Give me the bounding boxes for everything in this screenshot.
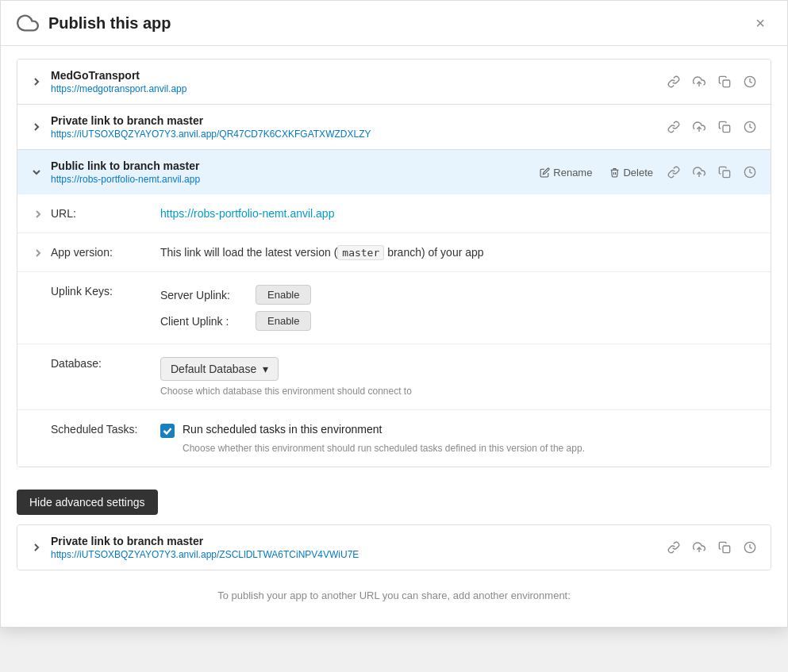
app-version-code: master: [337, 245, 384, 260]
env-icons-private-2: [666, 540, 758, 555]
env-actions-public: Rename Delete: [533, 163, 659, 182]
svg-rect-1: [723, 80, 730, 87]
upload-icon-private-2[interactable]: [691, 540, 707, 555]
scheduled-label-col: Scheduled Tasks:: [33, 423, 160, 436]
database-value: Default Database ▾ Choose which database…: [160, 357, 755, 397]
detail-row-scheduled: Scheduled Tasks: Run scheduled tasks in …: [17, 410, 771, 467]
url-label-col: URL:: [33, 207, 160, 220]
app-version-text-before: This link will load the latest version (: [160, 246, 337, 259]
detail-row-database: Database: Default Database ▾ Choose whic…: [17, 344, 771, 410]
database-hint: Choose which database this environment s…: [160, 386, 755, 397]
uplink-value: Server Uplink: Enable Client Uplink : En…: [160, 285, 755, 331]
scheduled-value: Run scheduled tasks in this environment …: [160, 423, 755, 454]
uplink-label: Uplink Keys:: [51, 285, 113, 298]
env-row-private-1: Private link to branch master https://iU…: [17, 105, 771, 150]
database-label-col: Database:: [33, 357, 160, 370]
env-icons-medgo: [666, 74, 758, 90]
env-row-private-2-header[interactable]: Private link to branch master https://iU…: [17, 525, 771, 570]
chevron-right-icon-3: [30, 541, 43, 554]
env-url-medgo: https://medgotransport.anvil.app: [51, 83, 666, 94]
database-label: Database:: [51, 357, 102, 370]
history-icon-private-1[interactable]: [742, 119, 758, 135]
close-button[interactable]: ×: [749, 12, 771, 34]
env-row-public-header[interactable]: Public link to branch master https://rob…: [17, 150, 771, 194]
env-name-medgo: MedGoTransport: [51, 69, 666, 82]
history-icon-public[interactable]: [742, 164, 758, 180]
svg-rect-4: [723, 125, 730, 132]
cloud-icon: [17, 12, 39, 34]
copy-icon-public[interactable]: [717, 164, 732, 180]
client-uplink-row: Client Uplink : Enable: [160, 311, 755, 331]
url-link[interactable]: https://robs-portfolio-nemt.anvil.app: [160, 207, 334, 220]
upload-icon-medgo[interactable]: [691, 74, 707, 90]
scheduled-check-row: Run scheduled tasks in this environment: [160, 423, 755, 438]
upload-icon-public[interactable]: [691, 164, 707, 180]
rename-label: Rename: [553, 167, 592, 179]
chevron-down-icon: [30, 166, 43, 179]
link-icon-private-1[interactable]: [666, 119, 682, 135]
environment-list: MedGoTransport https://medgotransport.an…: [17, 59, 771, 467]
url-chevron-icon: [33, 208, 44, 219]
footer-text: To publish your app to another URL you c…: [17, 589, 771, 614]
detail-row-url: URL: https://robs-portfolio-nemt.anvil.a…: [17, 194, 771, 233]
env-name-private-1: Private link to branch master: [51, 114, 666, 127]
client-uplink-enable-button[interactable]: Enable: [256, 311, 311, 331]
publish-modal: Publish this app × MedGoTransport https:…: [0, 0, 788, 628]
app-version-chevron-icon: [33, 247, 44, 258]
scheduled-hint: Choose whether this environment should r…: [183, 443, 755, 454]
hide-advanced-button[interactable]: Hide advanced settings: [17, 490, 158, 515]
client-uplink-label: Client Uplink :: [160, 315, 256, 328]
link-icon-public[interactable]: [666, 164, 682, 180]
env-row-private-1-header[interactable]: Private link to branch master https://iU…: [17, 105, 771, 149]
delete-label: Delete: [623, 167, 653, 179]
copy-icon-medgo[interactable]: [717, 74, 732, 90]
copy-icon-private-2[interactable]: [717, 540, 732, 555]
modal-header: Publish this app ×: [1, 1, 787, 46]
svg-rect-7: [723, 171, 730, 178]
expanded-details-public: URL: https://robs-portfolio-nemt.anvil.a…: [17, 194, 771, 467]
link-icon-medgo[interactable]: [666, 74, 682, 90]
chevron-right-icon-2: [30, 121, 43, 133]
url-value: https://robs-portfolio-nemt.anvil.app: [160, 207, 755, 220]
scheduled-label: Scheduled Tasks:: [51, 423, 137, 436]
history-icon-private-2[interactable]: [742, 540, 758, 555]
env-info-public: Public link to branch master https://rob…: [51, 159, 533, 185]
detail-row-uplink: Uplink Keys: Server Uplink: Enable Clien…: [17, 272, 771, 344]
env-row-medgo: MedGoTransport https://medgotransport.an…: [17, 60, 771, 105]
env-name-public: Public link to branch master: [51, 159, 533, 172]
history-icon-medgo[interactable]: [742, 74, 758, 90]
env-row-medgo-header[interactable]: MedGoTransport https://medgotransport.an…: [17, 60, 771, 104]
scheduled-check-label: Run scheduled tasks in this environment: [183, 423, 382, 436]
server-uplink-enable-button[interactable]: Enable: [256, 285, 311, 305]
app-version-value: This link will load the latest version (…: [160, 246, 755, 259]
svg-rect-10: [723, 546, 730, 553]
bottom-env-list: Private link to branch master https://iU…: [17, 524, 771, 570]
database-select[interactable]: Default Database ▾: [160, 357, 279, 381]
app-version-text-after: branch) of your app: [384, 246, 483, 259]
env-row-public: Public link to branch master https://rob…: [17, 150, 771, 467]
env-row-private-2: Private link to branch master https://iU…: [17, 525, 771, 570]
env-info-private-1: Private link to branch master https://iU…: [51, 114, 666, 140]
scheduled-checkbox[interactable]: [160, 424, 175, 438]
copy-icon-private-1[interactable]: [717, 119, 732, 135]
delete-button[interactable]: Delete: [603, 163, 659, 182]
env-url-private-1: https://iUTSOXBQZYAYO7Y3.anvil.app/QR47C…: [51, 129, 666, 140]
modal-body: MedGoTransport https://medgotransport.an…: [1, 46, 787, 627]
rename-button[interactable]: Rename: [533, 163, 598, 182]
server-uplink-row: Server Uplink: Enable: [160, 285, 755, 305]
modal-title: Publish this app: [48, 14, 749, 33]
env-icons-private-1: [666, 119, 758, 135]
uplink-label-col: Uplink Keys:: [33, 285, 160, 298]
env-url-public: https://robs-portfolio-nemt.anvil.app: [51, 174, 533, 185]
env-info-medgo: MedGoTransport https://medgotransport.an…: [51, 69, 666, 94]
link-icon-private-2[interactable]: [666, 540, 682, 555]
server-uplink-label: Server Uplink:: [160, 289, 256, 301]
upload-icon-private-1[interactable]: [691, 119, 707, 135]
env-url-private-2: https://iUTSOXBQZYAYO7Y3.anvil.app/ZSCLl…: [51, 549, 666, 560]
database-select-value: Default Database: [171, 363, 256, 375]
chevron-right-icon: [30, 75, 43, 88]
database-dropdown-icon: ▾: [263, 363, 268, 375]
env-info-private-2: Private link to branch master https://iU…: [51, 535, 666, 560]
url-label: URL:: [51, 207, 76, 220]
env-icons-public: [666, 164, 758, 180]
